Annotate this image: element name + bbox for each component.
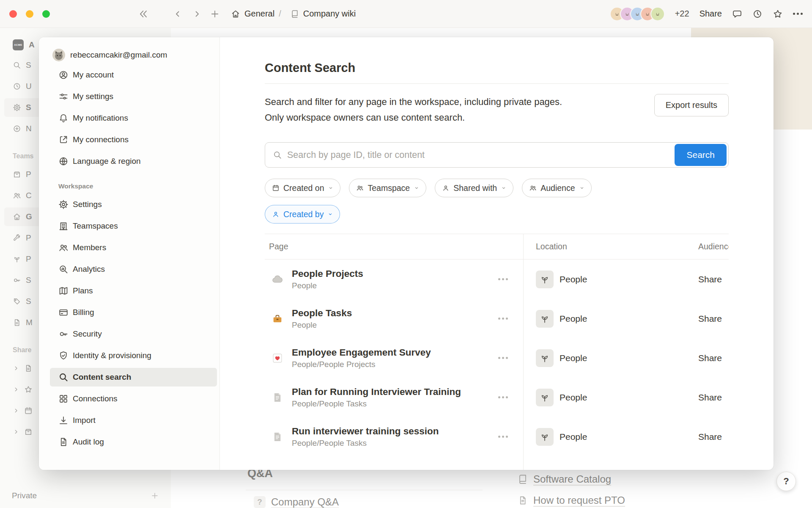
row-more-icon[interactable] bbox=[496, 394, 510, 401]
settings-nav-identity-provisioning[interactable]: Identity & provisioning bbox=[50, 346, 217, 365]
calendar-icon bbox=[272, 184, 280, 192]
settings-nav-language-region[interactable]: Language & region bbox=[50, 152, 217, 171]
title-divider bbox=[265, 83, 729, 84]
toolbox-icon bbox=[269, 313, 286, 325]
page-path-cell: People/People Tasks bbox=[292, 399, 496, 409]
location-cell: People bbox=[560, 353, 587, 363]
settings-nav-plans[interactable]: Plans bbox=[50, 282, 217, 300]
person-icon bbox=[272, 210, 280, 218]
settings-nav-teamspaces[interactable]: Teamspaces bbox=[50, 217, 217, 235]
favorite-star-icon[interactable] bbox=[773, 9, 783, 19]
new-tab-icon[interactable] bbox=[210, 9, 220, 19]
page-path-cell: People bbox=[292, 320, 496, 330]
chevron-down-icon bbox=[414, 185, 420, 191]
updates-clock-icon[interactable] bbox=[752, 9, 763, 19]
settings-nav-security[interactable]: Security bbox=[50, 325, 217, 343]
settings-nav-settings[interactable]: Settings bbox=[50, 195, 217, 214]
forward-icon[interactable] bbox=[192, 9, 202, 19]
avatar-overflow-count[interactable]: +22 bbox=[675, 9, 689, 19]
table-row[interactable]: Plan for Running Interviewer Training Pe… bbox=[265, 378, 729, 417]
audience-cell: Share bbox=[698, 314, 729, 324]
home-icon bbox=[231, 9, 240, 19]
settings-nav-my-account[interactable]: My account bbox=[50, 66, 217, 84]
settings-nav-my-notifications[interactable]: My notifications bbox=[50, 109, 217, 127]
column-header-audience: Audience bbox=[698, 242, 729, 251]
search-icon bbox=[273, 150, 282, 160]
nav-item-label: My settings bbox=[73, 92, 113, 101]
breadcrumb-team[interactable]: General bbox=[244, 9, 274, 19]
filter-label: Created by bbox=[283, 210, 324, 219]
share-button[interactable]: Share bbox=[700, 9, 722, 19]
description-line: Only workspace owners can use content se… bbox=[265, 110, 562, 125]
page-path-cell: People/People Tasks bbox=[292, 439, 496, 448]
filter-teamspace[interactable]: Teamspace bbox=[349, 179, 426, 197]
collapse-sidebar-icon[interactable] bbox=[138, 8, 149, 19]
filter-created-by-active[interactable]: Created by bbox=[265, 205, 340, 224]
more-options-icon[interactable] bbox=[793, 13, 803, 15]
nav-item-label: Language & region bbox=[73, 157, 141, 166]
filter-shared-with[interactable]: Shared with bbox=[435, 179, 513, 197]
nav-item-label: Billing bbox=[73, 308, 94, 317]
search-button[interactable]: Search bbox=[675, 144, 727, 166]
settings-nav-content-search[interactable]: Content search bbox=[50, 368, 217, 387]
page-title-cell: Employee Engagement Survey bbox=[292, 347, 496, 358]
settings-nav-connections[interactable]: Connections bbox=[50, 389, 217, 408]
zoom-window-button[interactable] bbox=[42, 10, 50, 18]
help-button[interactable]: ? bbox=[776, 472, 796, 491]
filter-created-on[interactable]: Created on bbox=[265, 179, 340, 197]
export-results-button[interactable]: Export results bbox=[654, 94, 729, 116]
teamspace-icon bbox=[536, 271, 554, 288]
results-table: Page Location Audience People Projects P… bbox=[265, 234, 729, 470]
page-path-cell: People/People Projects bbox=[292, 360, 496, 369]
table-row[interactable]: People Projects People People Share bbox=[265, 260, 729, 299]
teamspace-icon bbox=[536, 310, 554, 328]
document-icon bbox=[269, 392, 286, 403]
content-search-panel: Content Search Search and filter for any… bbox=[220, 37, 774, 470]
column-header-page: Page bbox=[265, 242, 523, 251]
breadcrumb-page[interactable]: Company wiki bbox=[303, 9, 356, 19]
location-cell: People bbox=[560, 432, 587, 442]
chevron-down-icon bbox=[501, 185, 507, 191]
back-icon[interactable] bbox=[173, 9, 183, 19]
settings-nav-audit-log[interactable]: Audit log bbox=[50, 433, 217, 451]
filter-label: Teamspace bbox=[368, 183, 410, 193]
table-row[interactable]: Run interviewer training session People/… bbox=[265, 417, 729, 456]
comments-icon[interactable] bbox=[732, 9, 742, 19]
settings-nav-my-connections[interactable]: My connections bbox=[50, 130, 217, 149]
nav-item-label: Audit log bbox=[73, 437, 104, 447]
settings-nav-members[interactable]: Members bbox=[50, 238, 217, 257]
nav-item-label: Teamspaces bbox=[73, 221, 118, 231]
settings-nav-billing[interactable]: Billing bbox=[50, 303, 217, 322]
page-title-cell: People Tasks bbox=[292, 308, 496, 319]
teamspace-icon bbox=[536, 349, 554, 367]
column-header-location: Location bbox=[523, 242, 698, 251]
settings-nav-workspace-header: Workspace bbox=[58, 182, 217, 190]
row-more-icon[interactable] bbox=[496, 276, 510, 283]
traffic-lights bbox=[9, 10, 50, 18]
content-search-bar: Search bbox=[265, 142, 729, 168]
nav-item-label: Settings bbox=[73, 200, 102, 209]
table-row[interactable]: People Tasks People People Share bbox=[265, 299, 729, 338]
audience-cell: Share bbox=[698, 432, 729, 442]
search-input[interactable] bbox=[287, 150, 675, 160]
minimize-window-button[interactable] bbox=[26, 10, 33, 18]
chevron-down-icon bbox=[579, 185, 585, 191]
row-more-icon[interactable] bbox=[496, 315, 510, 322]
filter-audience[interactable]: Audience bbox=[522, 179, 591, 197]
nav-item-label: Content search bbox=[73, 373, 131, 382]
close-window-button[interactable] bbox=[9, 10, 17, 18]
settings-nav-analytics[interactable]: Analytics bbox=[50, 260, 217, 279]
description: Search and filter for any page in the wo… bbox=[265, 94, 562, 125]
settings-nav-import[interactable]: Import bbox=[50, 411, 217, 430]
row-more-icon[interactable] bbox=[496, 433, 510, 440]
nav-item-label: Import bbox=[73, 416, 96, 425]
row-more-icon[interactable] bbox=[496, 354, 510, 362]
person-icon bbox=[442, 184, 450, 192]
nav-item-label: My connections bbox=[73, 135, 129, 144]
avatar[interactable] bbox=[650, 7, 665, 21]
filter-label: Audience bbox=[540, 183, 575, 193]
table-row[interactable]: Employee Engagement Survey People/People… bbox=[265, 338, 729, 378]
nav-item-label: My notifications bbox=[73, 113, 128, 123]
account-row[interactable]: rebeccamcakir@gmail.com bbox=[50, 48, 217, 62]
settings-nav-my-settings[interactable]: My settings bbox=[50, 87, 217, 106]
